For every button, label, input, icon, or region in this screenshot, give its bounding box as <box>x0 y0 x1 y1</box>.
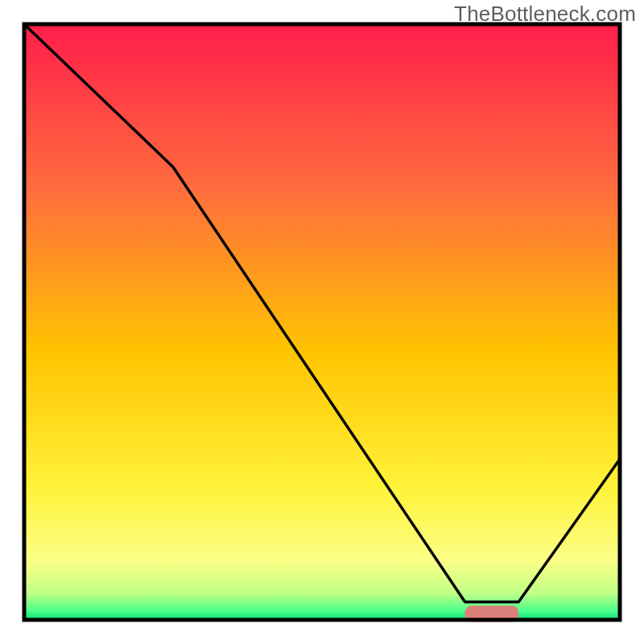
plot-background <box>24 24 620 620</box>
chart-container: TheBottleneck.com <box>0 0 644 644</box>
chart-svg <box>0 0 644 644</box>
watermark-text: TheBottleneck.com <box>454 2 636 27</box>
